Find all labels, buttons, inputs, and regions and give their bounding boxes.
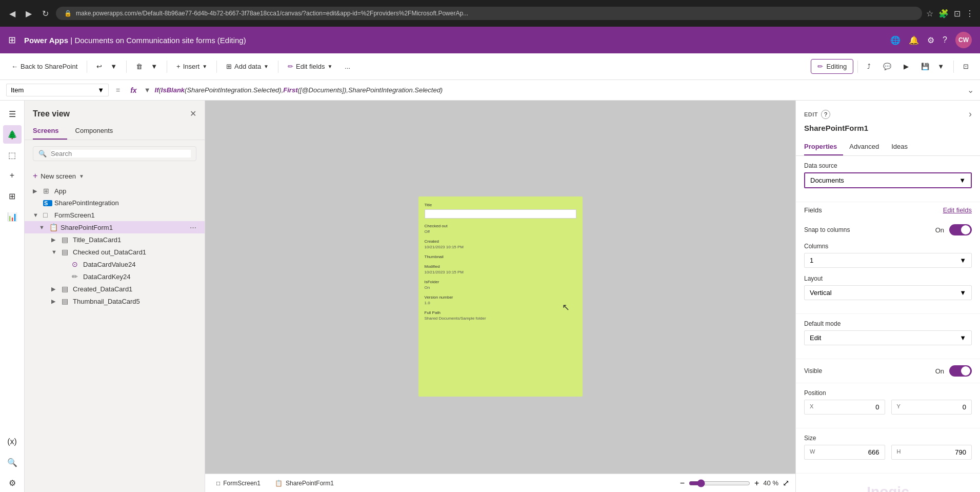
datacard-icon-4: ▤: [62, 297, 71, 305]
globe-icon[interactable]: 🌐: [890, 35, 901, 45]
position-y-field[interactable]: Y 0: [891, 400, 972, 415]
form-title-field: Title: [425, 203, 576, 219]
browser-back-btn[interactable]: ◀: [6, 7, 18, 21]
search-box[interactable]: 🔍: [33, 146, 196, 161]
add-btn[interactable]: +: [3, 166, 22, 185]
apps-grid-icon[interactable]: ⊞: [8, 34, 16, 46]
comments-btn[interactable]: 💬: [878, 60, 896, 73]
zoom-slider[interactable]: [689, 479, 750, 487]
visible-toggle[interactable]: [949, 365, 972, 377]
tree-item-sp-form[interactable]: ▼ 📋 SharePointForm1 ⋯: [25, 221, 205, 233]
tree-item-checked-dc[interactable]: ▼ ▤ Checked out_DataCard1: [25, 246, 205, 258]
undo-btn[interactable]: ↩: [91, 60, 107, 73]
tab-screens[interactable]: Screens: [33, 123, 67, 140]
tab-properties[interactable]: Properties: [804, 139, 843, 155]
columns-dropdown[interactable]: 1 ▼: [804, 253, 972, 268]
analytics-btn[interactable]: 📊: [3, 207, 22, 226]
tree-item-sp-integration[interactable]: ▶ S SharePointIntegration: [25, 197, 205, 209]
close-sidebar-btn[interactable]: ✕: [190, 109, 196, 119]
delete-dropdown-btn[interactable]: ▼: [150, 60, 163, 73]
play-btn[interactable]: ▶: [898, 60, 914, 73]
tab-ideas[interactable]: Ideas: [891, 139, 914, 155]
default-mode-dropdown[interactable]: Edit ▼: [804, 330, 972, 345]
position-section: Position X 0 Y 0: [796, 383, 980, 428]
settings-icon[interactable]: ⚙: [927, 35, 934, 45]
separator-7: [953, 61, 954, 73]
tree-item-created-dc[interactable]: ▶ ▤ Created_DataCard1: [25, 283, 205, 295]
form-screen-tab[interactable]: □ FormScreen1: [211, 478, 266, 489]
notification-icon[interactable]: 🔔: [909, 35, 919, 45]
expand-canvas-btn[interactable]: ⤢: [783, 478, 789, 488]
browser-refresh-btn[interactable]: ↻: [39, 7, 52, 21]
tree-item-dc-key24[interactable]: ▶ ✏ DataCardKey24: [25, 270, 205, 283]
zoom-minus-btn[interactable]: −: [680, 479, 685, 488]
undo-dropdown-btn[interactable]: ▼: [109, 60, 122, 73]
zoom-plus-btn[interactable]: +: [754, 479, 759, 488]
extension-icon[interactable]: 🧩: [938, 9, 949, 18]
tree-view-btn[interactable]: 🌲: [3, 125, 22, 144]
panel-tabs: Properties Advanced Ideas: [796, 139, 980, 156]
delete-btn[interactable]: 🗑: [131, 60, 148, 73]
canvas-area[interactable]: Title Checked out Off Created 10/21/2023…: [205, 101, 795, 492]
formula-expand-btn[interactable]: ⌄: [967, 85, 974, 95]
more-options-icon[interactable]: ⋯: [190, 224, 196, 231]
more-save-btn[interactable]: ⊡: [958, 60, 974, 73]
star-icon[interactable]: ☆: [926, 9, 933, 18]
more-options-btn[interactable]: ...: [339, 60, 355, 73]
title-input-box[interactable]: [425, 209, 576, 219]
tree-item-title-dc[interactable]: ▶ ▤ Title_DataCard1: [25, 233, 205, 246]
app-header-title: Power Apps | Documents on Communication …: [24, 36, 882, 45]
search-left-btn[interactable]: 🔍: [3, 453, 22, 471]
tree-item-label: App: [54, 187, 66, 195]
tab-advanced[interactable]: Advanced: [849, 139, 885, 155]
editing-btn[interactable]: ✏ Editing: [811, 59, 853, 74]
share-btn[interactable]: ⤴: [862, 60, 876, 73]
variables-btn[interactable]: (x): [3, 432, 22, 451]
item-label: Item: [11, 86, 24, 94]
layout-dropdown[interactable]: Vertical ▼: [804, 285, 972, 300]
save-btn[interactable]: 💾: [916, 60, 934, 73]
help-icon[interactable]: ?: [821, 110, 830, 119]
size-h-field[interactable]: H 790: [891, 445, 972, 460]
hamburger-btn[interactable]: ☰: [3, 105, 22, 123]
tree-item-form-screen[interactable]: ▼ □ FormScreen1: [25, 209, 205, 221]
sharepoint-form-tab[interactable]: 📋 SharePointForm1: [270, 478, 339, 489]
snap-columns-label: Snap to columns: [804, 226, 850, 233]
user-avatar[interactable]: CW: [955, 32, 972, 48]
visible-label: Visible: [804, 367, 822, 375]
save-dropdown-btn[interactable]: ▼: [936, 60, 949, 73]
settings-left-btn[interactable]: ⚙: [3, 474, 22, 492]
help-icon[interactable]: ?: [943, 35, 947, 45]
layers-btn[interactable]: ⬚: [3, 146, 22, 164]
data-source-dropdown[interactable]: Documents ▼: [804, 172, 972, 188]
tree-item-label: Created_DataCard1: [73, 285, 132, 293]
back-to-sharepoint-btn[interactable]: ← Back to SharePoint: [6, 60, 83, 73]
insert-btn[interactable]: + Insert ▼: [171, 60, 212, 73]
modified-value: 10/21/2023 10:15 PM: [425, 270, 576, 274]
data-btn[interactable]: ⊞: [3, 187, 22, 205]
item-dropdown[interactable]: Item ▼: [6, 84, 109, 96]
tab-components[interactable]: Components: [75, 123, 122, 140]
expand-right-panel-btn[interactable]: ›: [969, 109, 972, 120]
tab-icon[interactable]: ⊡: [954, 9, 961, 18]
formula-input[interactable]: If(IsBlank(SharePointIntegration.Selecte…: [155, 86, 963, 94]
position-x-field[interactable]: X 0: [804, 400, 885, 415]
tree-item-app[interactable]: ▶ ⊞ App: [25, 185, 205, 197]
size-w-field[interactable]: W 666: [804, 445, 885, 460]
search-input[interactable]: [51, 150, 191, 158]
form-canvas: Title Checked out Off Created 10/21/2023…: [418, 196, 583, 397]
form-modified-field: Modified 10/21/2023 10:15 PM: [425, 264, 576, 274]
spacer-2: ▶: [62, 261, 70, 268]
new-screen-btn[interactable]: + New screen ▼: [25, 167, 205, 185]
snap-columns-toggle[interactable]: [949, 224, 972, 235]
add-data-btn[interactable]: ⊞ Add data ▼: [221, 60, 274, 73]
tree-item-thumbnail-dc[interactable]: ▶ ▤ Thumbnail_DataCard5: [25, 295, 205, 307]
fx-button[interactable]: fx: [127, 85, 139, 95]
menu-icon[interactable]: ⋮: [966, 9, 974, 18]
edit-fields-btn[interactable]: ✏ Edit fields ▼: [283, 60, 337, 73]
edit-fields-link[interactable]: Edit fields: [943, 206, 972, 214]
browser-forward-btn[interactable]: ▶: [23, 7, 35, 21]
address-bar[interactable]: 🔒 make.powerapps.com/e/Default-8b96ae77-…: [56, 7, 922, 20]
tree-item-dc-value24[interactable]: ▶ ⊙ DataCardValue24: [25, 258, 205, 270]
columns-field: Columns 1 ▼: [804, 243, 972, 268]
